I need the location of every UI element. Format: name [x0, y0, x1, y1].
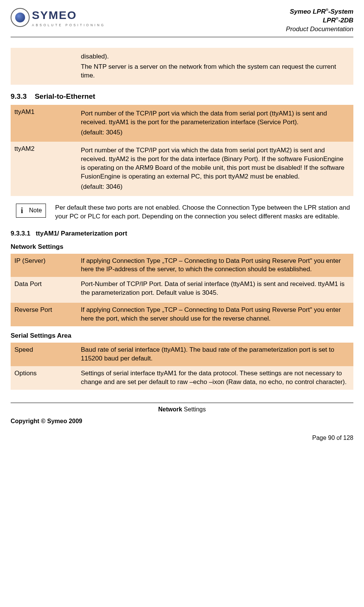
copyright-text: Copyright © Symeo 2009: [11, 418, 82, 424]
intro-continuation-table: disabled). The NTP server is a server on…: [11, 48, 353, 85]
meta-line1a: Symeo LPR: [290, 8, 325, 15]
note-text: Per default these two ports are not enab…: [55, 204, 353, 221]
note-block: i Note Per default these two ports are n…: [11, 204, 353, 221]
section-heading-933: 9.3.3 Serial-to-Ethernet: [11, 92, 353, 101]
table-row-desc: Port number of the TCP/IP port via which…: [77, 142, 353, 196]
page-number: Page 90 of 128: [11, 434, 353, 442]
table-row-label: Data Port: [11, 277, 77, 303]
section-heading-9331: 9.3.3.1 ttyAM1/ Parameterization port: [11, 229, 353, 238]
text: The NTP server is a server on the networ…: [81, 63, 350, 80]
page-footer: Network Settings Copyright © Symeo 2009 …: [11, 403, 353, 442]
serial-to-ethernet-table: ttyAM1 Port number of the TCP/IP port vi…: [11, 105, 353, 196]
section-number: 9.3.3.1: [11, 230, 30, 237]
table-row-label: ttyAM1: [11, 105, 77, 142]
footer-rest: Settings: [182, 406, 206, 413]
info-icon: i: [19, 205, 25, 216]
logo-icon: [11, 8, 30, 27]
meta-line1b: -System: [328, 8, 353, 15]
serial-settings-table: Speed Baud rate of serial interface (tty…: [11, 343, 353, 390]
text: Port number of the TCP/IP port via which…: [81, 146, 350, 181]
subheading-serial-settings: Serial Settings Area: [11, 332, 353, 340]
network-settings-table: IP (Server) If applying Connection Type …: [11, 254, 353, 327]
text: (default: 3046): [81, 183, 350, 191]
brand-name: SYMEO: [32, 8, 105, 23]
table-cell-empty: [11, 48, 77, 85]
page-header: SYMEO ABSOLUTE POSITIONING Symeo LPR®-Sy…: [11, 8, 353, 37]
table-row-label: Options: [11, 366, 77, 390]
table-row-label: IP (Server): [11, 254, 77, 277]
table-row-label: ttyAM2: [11, 142, 77, 196]
table-row-desc: If applying Connection Type „TCP – Conne…: [77, 254, 353, 277]
table-row-desc: Settings of serial interface ttyAM1 for …: [77, 366, 353, 390]
meta-line2a: LPR: [323, 17, 336, 24]
text: Port number of the TCP/IP port via which…: [81, 109, 350, 127]
brand-tagline: ABSOLUTE POSITIONING: [32, 23, 105, 27]
table-row-desc: Port-Number of TCP/IP Port. Data of seri…: [77, 277, 353, 303]
doc-meta: Symeo LPR®-System LPR®-2DB Product Docum…: [286, 8, 353, 34]
meta-line2b: -2DB: [338, 17, 353, 24]
table-row-desc: Port number of the TCP/IP port via which…: [77, 105, 353, 142]
text: disabled).: [81, 52, 350, 61]
note-label: Note: [29, 206, 42, 215]
section-title: Serial-to-Ethernet: [35, 92, 95, 100]
text: (default: 3045): [81, 128, 350, 137]
table-cell-desc: disabled). The NTP server is a server on…: [77, 48, 353, 85]
table-row-desc: Baud rate of serial interface (ttyAM1). …: [77, 343, 353, 366]
table-row-label: Reverse Port: [11, 303, 77, 326]
copyright: Copyright © Symeo 2009: [11, 417, 353, 425]
meta-line3: Product Documentation: [286, 25, 353, 34]
footer-section-title: Network Settings: [11, 405, 353, 414]
table-row-label: Speed: [11, 343, 77, 366]
subheading-network-settings: Network Settings: [11, 243, 353, 251]
footer-bold: Network: [158, 406, 182, 413]
section-title: ttyAM1/ Parameterization port: [36, 230, 127, 237]
table-row-desc: If applying Connection Type „TCP – Conne…: [77, 303, 353, 326]
note-label-box: i Note: [16, 204, 46, 218]
section-number: 9.3.3: [11, 92, 27, 100]
logo: SYMEO ABSOLUTE POSITIONING: [11, 8, 105, 27]
text: Port-Number of TCP/IP Port. Data of seri…: [81, 280, 350, 297]
